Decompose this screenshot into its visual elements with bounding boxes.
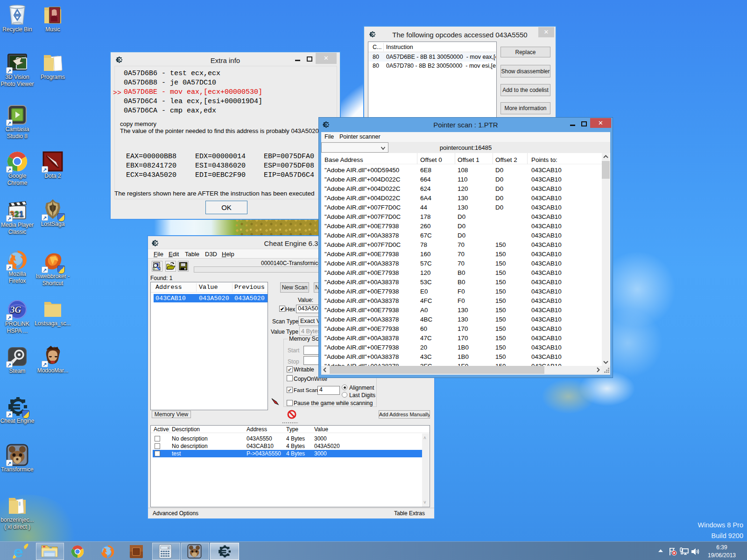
svg-text:3G: 3G	[10, 305, 21, 315]
svg-text:2: 2	[14, 210, 19, 218]
svg-text:1: 1	[19, 210, 23, 218]
svg-text:e: e	[14, 543, 23, 560]
